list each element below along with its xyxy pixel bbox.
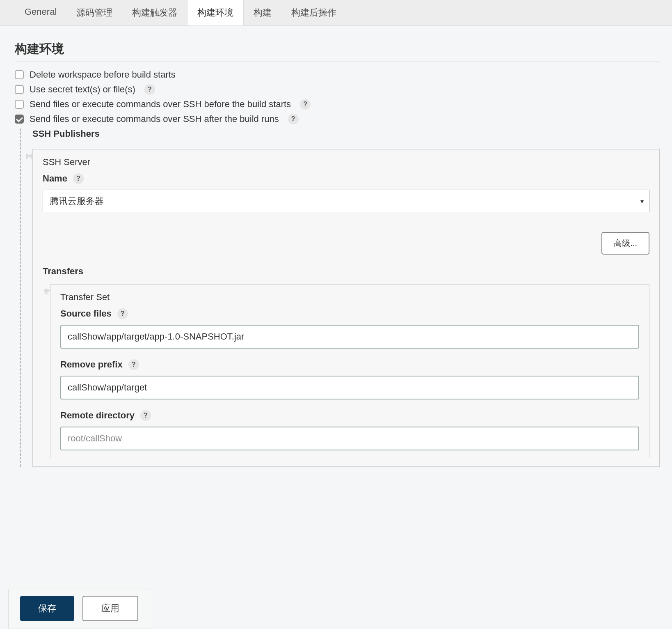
checkbox-ssh-after[interactable]: [15, 115, 24, 124]
help-icon[interactable]: ?: [300, 99, 311, 110]
tab-build[interactable]: 构建: [244, 0, 281, 25]
help-icon[interactable]: ?: [288, 114, 299, 124]
checkbox-ssh-before[interactable]: [15, 100, 24, 109]
ssh-server-select[interactable]: 腾讯云服务器: [43, 190, 649, 212]
check-row-delete-ws: Delete workspace before build starts: [15, 69, 660, 80]
remote-dir-input[interactable]: [60, 427, 639, 450]
source-files-label: Source files: [60, 308, 112, 319]
label-secret: Use secret text(s) or file(s): [30, 84, 135, 95]
transfer-set-panel: Transfer Set Source files ? Remove prefi…: [50, 284, 649, 458]
tab-postbuild[interactable]: 构建后操作: [281, 0, 346, 25]
check-row-ssh-before: Send files or execute commands over SSH …: [15, 99, 660, 110]
help-icon[interactable]: ?: [140, 410, 151, 421]
ssh-publishers-heading: SSH Publishers: [32, 129, 660, 139]
remote-dir-label: Remote directory: [60, 410, 135, 421]
drag-handle-icon[interactable]: [44, 289, 50, 294]
name-label: Name: [43, 173, 67, 184]
label-ssh-after: Send files or execute commands over SSH …: [30, 114, 279, 124]
help-icon[interactable]: ?: [117, 308, 128, 319]
section-title: 构建环境: [15, 41, 660, 62]
content-area: 构建环境 Delete workspace before build start…: [0, 26, 672, 516]
tab-general[interactable]: General: [15, 0, 66, 25]
ssh-server-panel: SSH Server Name ? 腾讯云服务器 ▾ 高级... Transfe…: [32, 149, 660, 467]
check-row-secret: Use secret text(s) or file(s) ?: [15, 84, 660, 95]
drag-handle-icon[interactable]: [26, 154, 32, 159]
help-icon[interactable]: ?: [73, 173, 84, 184]
advanced-button[interactable]: 高级...: [601, 232, 649, 255]
ssh-server-title: SSH Server: [43, 157, 649, 168]
tab-scm[interactable]: 源码管理: [66, 0, 122, 25]
transfer-set-title: Transfer Set: [60, 292, 639, 303]
help-icon[interactable]: ?: [144, 84, 155, 95]
ssh-server-select-wrap: 腾讯云服务器 ▾: [43, 190, 649, 212]
help-icon[interactable]: ?: [128, 359, 139, 370]
tab-build-env[interactable]: 构建环境: [187, 0, 244, 25]
checkbox-delete-ws[interactable]: [15, 70, 24, 79]
remove-prefix-label: Remove prefix: [60, 359, 123, 370]
checkbox-secret[interactable]: [15, 85, 24, 94]
tab-triggers[interactable]: 构建触发器: [122, 0, 187, 25]
tabs-bar: General 源码管理 构建触发器 构建环境 构建 构建后操作: [0, 0, 672, 26]
source-files-input[interactable]: [60, 325, 639, 349]
remove-prefix-input[interactable]: [60, 376, 639, 399]
label-ssh-before: Send files or execute commands over SSH …: [30, 99, 291, 110]
label-delete-ws: Delete workspace before build starts: [30, 69, 176, 80]
transfers-heading: Transfers: [43, 266, 649, 277]
ssh-after-section: SSH Publishers SSH Server Name ? 腾讯云服务器 …: [20, 129, 660, 467]
check-row-ssh-after: Send files or execute commands over SSH …: [15, 114, 660, 124]
